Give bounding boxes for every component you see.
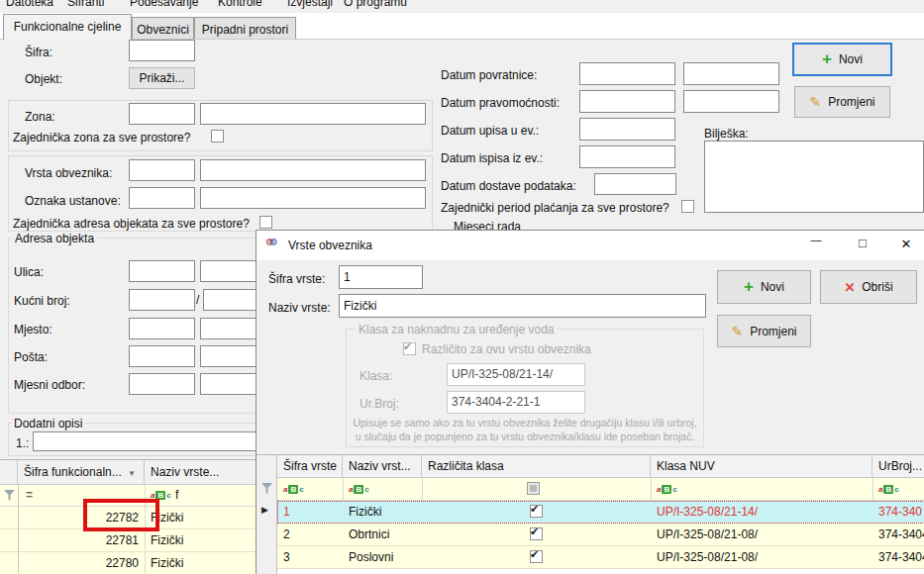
mjesto-code-input[interactable]	[129, 318, 195, 339]
column-naziv-vrste[interactable]: Naziv vrst...	[343, 455, 422, 478]
grid-vline	[651, 478, 652, 501]
zona-code-input[interactable]	[129, 103, 195, 125]
grid-vline	[343, 478, 344, 501]
cell-urbroj: 374-340	[878, 505, 922, 519]
datum-ispisa-input[interactable]	[579, 145, 675, 168]
column-sifra-vrste[interactable]: Šifra vrste	[277, 455, 343, 478]
zona-label: Zona:	[25, 110, 55, 124]
biljeska-textarea[interactable]	[704, 141, 924, 213]
table-row[interactable]: 2 Obrtnici ✔ UP/I-325-08/21-08/ 374-3404	[277, 524, 924, 546]
urbroj-input[interactable]: 374-3404-2-21-1	[447, 391, 585, 414]
left-grid-column-naziv-label: Naziv vrste...	[151, 465, 219, 479]
filter-operator-equals[interactable]: =	[26, 488, 33, 502]
left-grid-vline-1	[18, 485, 19, 574]
kucni-broj-separator: /	[196, 293, 199, 307]
cell-sifra-vrste: 1	[283, 505, 290, 519]
abc-filter-icon: aBc	[349, 485, 369, 494]
zajednicka-zona-checkbox[interactable]	[211, 130, 224, 143]
cell-klasa-nuv: UP/I-325-08/21-14/	[657, 505, 758, 519]
oznaka-ustanove-name-input[interactable]	[200, 187, 426, 209]
datum-ispisa-label: Datum ispisa iz ev.:	[441, 151, 543, 165]
menu-item-podesavanje[interactable]: Podešavanje	[130, 0, 198, 9]
tab-obveznici[interactable]: Obveznici	[132, 17, 194, 40]
table-row-selected[interactable]: 1 Fizički ✔ UP/I-325-08/21-14/ 374-340	[277, 501, 924, 524]
check-icon: ✔	[530, 548, 539, 561]
dialog-titlebar[interactable]: ⚙⚙ Vrste obveznika — □ ✕	[257, 231, 924, 260]
pencil-icon: ✎	[809, 94, 821, 110]
tab-pripadni-prostori[interactable]: Pripadni prostori	[194, 17, 296, 40]
cell-naziv-vrste: Obrtnici	[349, 527, 389, 541]
mjesni-odbor-code-input[interactable]	[129, 373, 195, 395]
datum-povratnice-input-2[interactable]	[683, 62, 779, 85]
objekt-label: Objekt:	[25, 72, 62, 86]
promjeni-button-main[interactable]: ✎ Promjeni	[794, 86, 890, 118]
abc-c: c	[894, 485, 898, 494]
column-razlicita-klasa[interactable]: Različita klasa	[422, 455, 651, 478]
razlicita-klasa-filter-checkbox[interactable]	[527, 482, 540, 495]
column-urbroj[interactable]: UrBroj...	[873, 455, 924, 478]
cell-urbroj: 374-3404	[878, 550, 924, 564]
novi-button-dialog[interactable]: + Novi	[717, 270, 811, 304]
filter-text-naziv[interactable]: f	[175, 488, 178, 502]
gears-icon: ⚙⚙	[265, 237, 278, 247]
menu-item-o-programu[interactable]: O programu	[344, 0, 407, 9]
tab-funkcionalne-cjeline[interactable]: Funkcionalne cjeline	[3, 14, 132, 40]
datum-dostave-input[interactable]	[594, 173, 676, 195]
menu-item-izvjestaji[interactable]: Izvještaji	[287, 0, 333, 9]
menu-item-datoteka[interactable]: Datoteka	[6, 0, 53, 9]
minimize-icon[interactable]: —	[796, 234, 836, 245]
maximize-icon[interactable]: □	[843, 236, 882, 250]
vrsta-obveznika-name-input[interactable]	[200, 159, 426, 181]
mjesto-label: Mjesto:	[14, 323, 52, 336]
menu-item-sifranti[interactable]: Šifranti	[67, 0, 104, 9]
oznaka-ustanove-code-input[interactable]	[129, 187, 195, 209]
razlicita-klasa-checkbox[interactable]: ✔	[530, 550, 543, 563]
menu-item-kontrole[interactable]: Kontrole	[218, 0, 262, 9]
datum-pravomocnosti-input-2[interactable]	[683, 90, 779, 113]
razlicito-checkbox-label: Različito za ovu vrstu obveznika	[422, 342, 591, 356]
mjesni-odbor-label: Mjesni odbor:	[14, 378, 85, 392]
ulica-code-input[interactable]	[129, 260, 195, 282]
novi-button-main[interactable]: + Novi	[792, 43, 892, 76]
promjeni-button-dialog[interactable]: ✎ Promjeni	[717, 315, 811, 347]
datum-povratnice-input-1[interactable]	[579, 62, 675, 85]
filter-row-icon	[261, 483, 272, 497]
posta-label: Pošta:	[14, 350, 48, 364]
datum-povratnice-label: Datum povratnice:	[441, 68, 537, 82]
razlicita-klasa-checkbox[interactable]: ✔	[530, 527, 543, 540]
cell-naziv-vrste: Poslovni	[349, 550, 393, 564]
prikazi-button[interactable]: Prikaži...	[129, 67, 195, 89]
table-row[interactable]: 3 Poslovni ✔ UP/I-325-08/21-08/ 374-3404	[277, 546, 924, 569]
kucni-broj-input[interactable]	[129, 289, 195, 311]
dialog-grid-filter-row[interactable]: aBc aBc aBc aBc	[277, 478, 924, 501]
obrisi-button[interactable]: ✕ Obriši	[820, 270, 917, 304]
dodatni-opisi-title: Dodatni opisi	[11, 417, 85, 430]
check-icon: ✔	[530, 526, 539, 538]
cell-sifra: 22781	[18, 533, 139, 547]
zajednicki-period-checkbox[interactable]	[681, 200, 694, 213]
posta-code-input[interactable]	[129, 345, 195, 367]
table-row[interactable]: 22781 Fizički	[0, 529, 297, 552]
column-klasa-nuv[interactable]: Klasa NUV	[651, 455, 873, 478]
abc-filter-icon: aBc	[657, 485, 677, 494]
razlicita-klasa-checkbox[interactable]: ✔	[530, 505, 543, 518]
promjeni-button-dialog-label: Promjeni	[750, 325, 796, 338]
close-icon[interactable]: ✕	[887, 237, 924, 251]
abc-a: a	[283, 485, 287, 494]
vrsta-obveznika-code-input[interactable]	[129, 159, 195, 181]
menu-bar: Datoteka Šifranti Podešavanje Kontrole I…	[0, 0, 924, 13]
zajednicka-adresa-label: Zajednička adresa objekata za sve prosto…	[13, 217, 250, 231]
datum-upisa-input[interactable]	[579, 118, 675, 141]
left-grid-column-sifra[interactable]: Šifra funkcionaln... ▼	[18, 460, 145, 485]
zajednicka-adresa-checkbox[interactable]	[259, 216, 272, 229]
table-row[interactable]: 22780 Fizički	[0, 552, 297, 574]
klasa-input[interactable]: UP/I-325-08/21-14/	[447, 363, 585, 386]
klasa-label: Klasa:	[359, 369, 392, 383]
sifra-input[interactable]	[129, 40, 195, 61]
zona-name-input[interactable]	[200, 103, 426, 125]
abc-a: a	[657, 485, 661, 494]
naziv-vrste-input[interactable]: Fizički	[339, 294, 706, 318]
filter-row-icon	[4, 490, 15, 504]
datum-pravomocnosti-input-1[interactable]	[579, 90, 675, 113]
sifra-vrste-input[interactable]: 1	[339, 265, 423, 289]
